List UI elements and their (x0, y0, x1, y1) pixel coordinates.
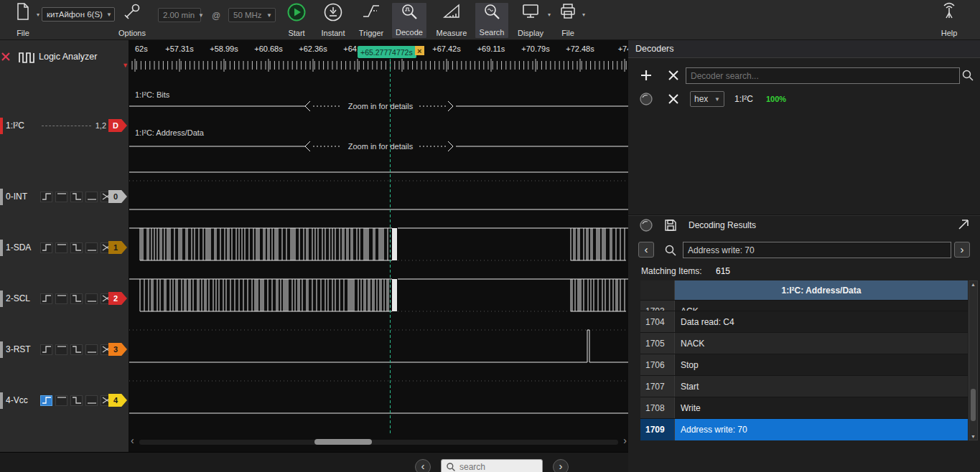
trigger-high-level-icon[interactable] (55, 242, 67, 253)
search-icon[interactable] (960, 67, 976, 83)
trigger-rising-edge-icon[interactable] (40, 192, 52, 202)
trigger-rising-edge-icon[interactable] (40, 242, 52, 253)
result-row[interactable]: 1708 Write (640, 397, 968, 419)
close-session-icon[interactable] (1, 52, 10, 63)
trigger-low-level-icon[interactable] (85, 344, 98, 355)
trigger-button[interactable]: Trigger (355, 2, 388, 39)
channel-name: 2-SCL (6, 293, 37, 303)
file-export-button[interactable]: ▾ File (553, 2, 583, 39)
format-select[interactable]: hex ▼ (690, 91, 724, 107)
search-button[interactable]: Search (475, 2, 509, 39)
trigger-low-level-icon[interactable] (85, 395, 98, 406)
collapse-marker-icon[interactable]: ▼ (122, 62, 129, 69)
file-menu-button[interactable]: ▾ File (9, 2, 37, 39)
trigger-rising-edge-icon[interactable] (40, 344, 52, 355)
scroll-down-icon[interactable]: ▼ (969, 434, 977, 439)
add-decoder-button[interactable] (638, 67, 654, 83)
scrollbar-track[interactable] (139, 440, 618, 445)
channel-flag[interactable]: 0 (108, 190, 127, 203)
result-row[interactable]: 1705 NACK (640, 333, 968, 354)
decode-button[interactable]: Decode (391, 2, 427, 39)
channel-handle[interactable] (0, 240, 3, 256)
duration-select[interactable]: 2.00 min ▼ (158, 8, 201, 22)
remove-decoder-button[interactable] (666, 91, 681, 107)
result-row[interactable]: 1707 Start (640, 376, 968, 397)
channel-handle[interactable] (0, 291, 3, 307)
trigger-high-level-icon[interactable] (55, 293, 67, 304)
help-button[interactable]: Help (933, 2, 965, 39)
channel-handle[interactable] (0, 341, 3, 358)
instant-button[interactable]: Instant (316, 2, 350, 39)
save-results-icon[interactable] (663, 217, 678, 233)
search-prev-button[interactable]: ‹ (415, 459, 431, 472)
measure-button[interactable]: Measure (432, 2, 471, 39)
decoder-search-input[interactable] (686, 67, 960, 84)
waveform-hscrollbar[interactable]: ‹ › (129, 436, 628, 448)
next-match-button[interactable]: › (954, 242, 970, 258)
trigger-low-level-icon[interactable] (85, 192, 98, 202)
waveform-canvas[interactable]: 62s+57.31s+58.99s+60.68s+62.36s+64.05s+6… (129, 40, 628, 452)
trigger-falling-edge-icon[interactable] (70, 344, 83, 355)
device-select[interactable]: китАйфон 6(S) ▼ (42, 7, 115, 22)
trigger-falling-edge-icon[interactable] (70, 395, 83, 406)
decoder-channel-row[interactable]: 1:I²C 1,2 D (0, 117, 129, 134)
trigger-rising-edge-icon[interactable] (40, 395, 52, 406)
scrollbar-thumb[interactable] (971, 389, 976, 421)
start-button[interactable]: Start (281, 2, 312, 39)
channel-handle[interactable] (0, 189, 3, 205)
channel-row-4-vcc[interactable]: 4-Vcc 4 (0, 392, 129, 409)
trigger-falling-edge-icon[interactable] (70, 293, 83, 304)
result-row-selected[interactable]: 1709 Address write: 70 (640, 419, 968, 440)
bottom-search-box[interactable] (441, 459, 543, 472)
waveform-area[interactable]: 62s+57.31s+58.99s+60.68s+62.36s+64.05s+6… (129, 40, 628, 452)
result-row-id: 1707 (640, 376, 675, 397)
options-button[interactable]: Options (116, 2, 148, 39)
results-scrollbar[interactable]: ▲ ▼ (969, 280, 978, 440)
trigger-high-level-icon[interactable] (55, 344, 67, 355)
clear-decoders-button[interactable] (666, 67, 681, 83)
display-button[interactable]: ▾ Display (513, 2, 549, 39)
channel-row-3-rst[interactable]: 3-RST 3 (0, 341, 129, 358)
scroll-up-icon[interactable]: ▲ (969, 282, 977, 287)
search-icon[interactable] (663, 242, 678, 258)
trigger-high-level-icon[interactable] (55, 395, 67, 406)
prev-match-button[interactable]: ‹ (638, 242, 654, 258)
search-next-button[interactable]: › (553, 459, 569, 472)
zoom-hint-label: Zoom in for details (348, 102, 414, 110)
decoder-entry-name[interactable]: 1:I²C (734, 94, 753, 104)
channel-handle[interactable] (0, 392, 3, 409)
channel-flag[interactable]: 2 (108, 292, 127, 305)
trigger-rising-edge-icon[interactable] (40, 293, 52, 304)
scrollbar-thumb[interactable] (314, 439, 372, 445)
result-row-text: NACK (675, 333, 968, 354)
result-row[interactable]: 1704 Data read: C4 (640, 311, 968, 333)
at-symbol: @ (212, 11, 220, 21)
samplerate-select[interactable]: 50 MHz ▼ (228, 8, 276, 22)
trigger-high-level-icon[interactable] (55, 192, 67, 202)
scroll-right-icon[interactable]: › (623, 435, 627, 446)
duration-select-value: 2.00 min (163, 11, 195, 19)
results-search-input[interactable] (683, 242, 951, 258)
scroll-left-icon[interactable]: ‹ (131, 435, 134, 446)
matching-items-label: Matching Items: (641, 266, 702, 276)
channel-name: 3-RST (6, 344, 37, 354)
trigger-low-level-icon[interactable] (85, 242, 98, 253)
trigger-falling-edge-icon[interactable] (70, 192, 83, 202)
channel-row-2-scl[interactable]: 2-SCL 2 (0, 290, 129, 307)
channel-row-0-int[interactable]: 0-INT 0 (0, 188, 129, 205)
results-options-icon[interactable] (638, 217, 654, 233)
channel-flag[interactable]: 1 (108, 241, 127, 254)
decoder-options-icon[interactable] (638, 91, 654, 107)
result-row[interactable]: 1706 Stop (640, 354, 968, 376)
trigger-falling-edge-icon[interactable] (70, 242, 83, 253)
channel-row-1-sda[interactable]: 1-SDA 1 (0, 239, 129, 256)
channel-handle[interactable] (0, 118, 3, 134)
result-row[interactable]: 1703 ACK (640, 301, 968, 311)
jump-to-current-icon[interactable] (956, 217, 971, 232)
channel-flag[interactable]: 3 (108, 343, 127, 356)
decoder-flag[interactable]: D (108, 119, 127, 132)
ruler-label: +60.68s (254, 44, 283, 53)
bottom-search-input[interactable] (459, 462, 535, 472)
channel-flag[interactable]: 4 (108, 394, 127, 407)
trigger-low-level-icon[interactable] (85, 293, 98, 304)
